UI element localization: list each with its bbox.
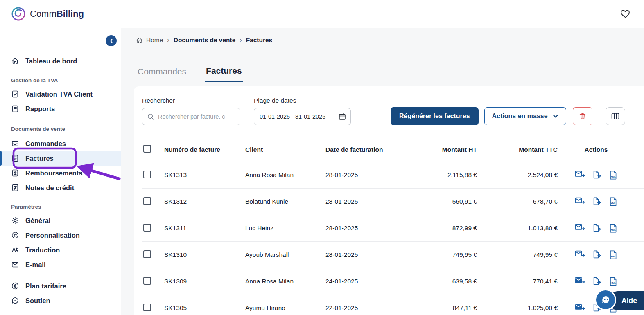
sidebar-item-label: Soutien <box>25 297 50 305</box>
file-export-icon <box>592 250 601 259</box>
date-cell: 28-01-2025 <box>325 225 399 232</box>
send-invoice-email-button[interactable] <box>574 196 586 207</box>
breadcrumb-section[interactable]: Documents de vente <box>174 36 236 44</box>
send-invoice-email-button[interactable] <box>574 223 586 234</box>
sidebar-item-general[interactable]: Général <box>0 213 121 228</box>
search-input[interactable] <box>142 108 240 125</box>
sidebar-item-personnalisation[interactable]: Personnalisation <box>0 228 121 243</box>
home-icon <box>11 57 19 65</box>
download-xml-button[interactable]: XML <box>608 170 619 180</box>
invoice-number-cell: SK1309 <box>164 278 245 285</box>
table-row: SK1311 Luc Heinz 28-01-2025 872,99 € 1.0… <box>142 215 644 242</box>
sidebar-item-traduction[interactable]: Traduction <box>0 243 121 257</box>
top-bar: CommBilling <box>0 0 644 28</box>
app-window: CommBilling Tableau de bord Gestion de l… <box>0 0 644 315</box>
breadcrumb-current: Factures <box>246 36 273 44</box>
tab-factures[interactable]: Factures <box>205 66 243 82</box>
send-invoice-email-button[interactable] <box>574 250 586 260</box>
svg-text:XML: XML <box>610 202 616 205</box>
export-invoice-button[interactable] <box>592 250 602 260</box>
sidebar-item-label: Tableau de bord <box>25 57 77 65</box>
brand-logo[interactable]: CommBilling <box>11 7 84 21</box>
sidebar-item-validation-tva[interactable]: Validation TVA Client <box>0 87 121 101</box>
download-xml-button[interactable]: XML <box>608 276 619 287</box>
breadcrumb: Home Documents de vente Factures <box>121 28 644 44</box>
send-invoice-email-button[interactable] <box>574 170 586 180</box>
sidebar-item-soutien[interactable]: Soutien <box>0 293 121 308</box>
favorite-button[interactable] <box>619 7 633 21</box>
euro-icon <box>11 282 19 290</box>
sidebar-item-plan-tarifaire[interactable]: Plan tarifaire <box>0 279 121 293</box>
send-invoice-email-button[interactable] <box>574 276 586 287</box>
download-xml-button[interactable]: XML <box>608 250 619 260</box>
amount-ttc-cell: 770,41 € <box>477 278 558 285</box>
row-checkbox[interactable] <box>143 277 151 285</box>
sidebar-item-remboursements[interactable]: Remboursements <box>0 166 121 180</box>
brand-name-suffix: Billing <box>56 9 84 19</box>
sidebar-item-label: Remboursements <box>25 169 82 177</box>
sidebar-item-rapports[interactable]: Rapports <box>0 101 121 116</box>
row-checkbox[interactable] <box>143 224 151 232</box>
document-check-icon <box>11 90 19 98</box>
invoice-number-cell: SK1310 <box>164 251 245 259</box>
delete-button[interactable] <box>573 107 592 125</box>
sidebar-item-notes-credit[interactable]: Notes de crédit <box>0 180 121 195</box>
invoice-icon <box>11 154 19 162</box>
amount-ttc-cell: 2.524,08 € <box>477 171 558 179</box>
row-checkbox[interactable] <box>143 250 151 258</box>
heart-icon <box>620 9 631 19</box>
columns-settings-button[interactable] <box>606 107 625 125</box>
export-invoice-button[interactable] <box>592 223 602 234</box>
col-header-client: Client <box>245 146 325 153</box>
send-invoice-email-button[interactable] <box>574 303 586 313</box>
export-invoice-button[interactable] <box>592 170 602 180</box>
export-invoice-button[interactable] <box>592 196 602 207</box>
main-content: Home Documents de vente Factures Command… <box>121 28 644 315</box>
export-invoice-button[interactable] <box>592 276 602 287</box>
search-icon <box>147 113 154 120</box>
col-header-ttc: Montant TTC <box>477 146 558 153</box>
invoices-table: Numéro de facture Client Date de factura… <box>142 137 644 315</box>
file-export-icon <box>592 171 601 180</box>
date-cell: 28-01-2025 <box>325 198 399 205</box>
row-checkbox[interactable] <box>143 304 151 311</box>
sidebar-collapse-button[interactable] <box>106 35 117 46</box>
inbox-icon <box>11 140 19 148</box>
client-cell: Anna Rosa Milan <box>245 278 325 285</box>
xml-file-icon: XML <box>609 197 618 206</box>
credit-note-icon <box>11 184 19 192</box>
sidebar-item-commandes[interactable]: Commandes <box>0 136 121 151</box>
download-xml-button[interactable]: XML <box>608 196 619 207</box>
sidebar-item-factures[interactable]: Factures <box>0 151 121 166</box>
xml-file-icon: XML <box>609 277 618 286</box>
row-checkbox[interactable] <box>143 171 151 178</box>
columns-icon <box>611 112 620 120</box>
table-row: SK1312 Bolatund Kunle 28-01-2025 560,91 … <box>142 189 644 215</box>
svg-text:XML: XML <box>610 255 616 258</box>
help-chat-button[interactable] <box>595 289 616 310</box>
date-range-input[interactable] <box>254 108 351 125</box>
table-row: SK1309 Anna Rosa Milan 24-01-2025 639,58… <box>142 268 644 295</box>
row-checkbox[interactable] <box>143 197 151 205</box>
breadcrumb-home-label: Home <box>146 36 163 44</box>
tab-commandes[interactable]: Commandes <box>137 66 187 82</box>
date-range-group: Plage de dates <box>254 97 351 125</box>
client-cell: Bolatund Kunle <box>245 198 325 205</box>
col-header-ht: Montant HT <box>399 146 477 153</box>
download-xml-button[interactable]: XML <box>608 223 619 234</box>
col-header-actions: Actions <box>558 146 635 153</box>
bulk-actions-button[interactable]: Actions en masse <box>484 107 566 125</box>
sidebar-item-label: Rapports <box>25 105 55 113</box>
regenerate-invoices-button[interactable]: Régénérer les factures <box>391 107 479 125</box>
select-all-checkbox[interactable] <box>143 145 151 153</box>
filter-toolbar: Rechercher Plage de dates Régénérer les … <box>142 97 644 125</box>
search-field-group: Rechercher <box>142 97 240 125</box>
sidebar-item-email[interactable]: E-mail <box>0 257 121 272</box>
breadcrumb-home[interactable]: Home <box>136 36 163 44</box>
svg-text:XML: XML <box>610 281 616 284</box>
calendar-icon <box>338 112 346 121</box>
invoice-number-cell: SK1305 <box>164 304 245 312</box>
xml-file-icon: XML <box>609 171 618 180</box>
sidebar-item-dashboard[interactable]: Tableau de bord <box>0 54 121 68</box>
date-cell: 22-01-2025 <box>325 304 399 312</box>
